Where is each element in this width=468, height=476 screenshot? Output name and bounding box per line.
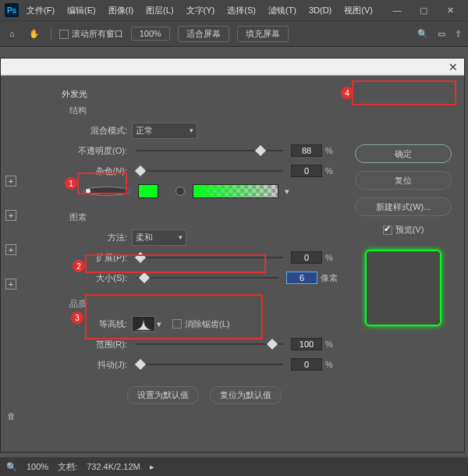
search-icon[interactable]: 🔍: [417, 29, 428, 39]
add-style-icon[interactable]: +: [5, 210, 16, 221]
blend-mode-select[interactable]: 正常▾: [132, 123, 197, 139]
dialog-right-pane: 确定 复位 新建样式(W)... 预览(V): [353, 144, 453, 326]
dialog-titlebar: ✕: [1, 59, 464, 76]
antialias-checkbox[interactable]: [172, 319, 182, 329]
add-style-icon[interactable]: +: [5, 176, 16, 186]
spread-label: 扩展(P):: [62, 252, 132, 264]
add-style-icon[interactable]: +: [5, 279, 16, 290]
hand-tool-icon[interactable]: ✋: [26, 27, 43, 41]
method-select[interactable]: 柔和▾: [132, 229, 186, 246]
spread-value[interactable]: 0: [291, 251, 322, 264]
menu-select[interactable]: 选择(S): [222, 2, 261, 19]
status-zoom: 100%: [27, 462, 48, 471]
menu-3d[interactable]: 3D(D): [304, 3, 336, 17]
opacity-slider[interactable]: [136, 145, 283, 156]
size-value[interactable]: 6: [286, 272, 317, 284]
fill-screen-button[interactable]: 填充屏幕: [237, 26, 289, 42]
size-label: 大小(S):: [62, 272, 132, 284]
blend-mode-label: 混合模式:: [62, 125, 132, 137]
new-style-button[interactable]: 新建样式(W)...: [355, 197, 452, 216]
preview-checkbox[interactable]: 预览(V): [383, 224, 424, 236]
noise-value[interactable]: 0: [291, 165, 322, 177]
callout-3: 3: [71, 311, 83, 324]
status-doc-size: 732.4K/2.12M: [87, 462, 140, 471]
chevron-down-icon[interactable]: ▾: [285, 186, 289, 197]
reset-default-button[interactable]: 复位为默认值: [210, 386, 282, 404]
minimize-icon[interactable]: —: [384, 0, 410, 20]
style-list-strip: + + + +: [5, 176, 21, 290]
opacity-value[interactable]: 88: [291, 144, 322, 157]
chevron-down-icon: ▾: [190, 126, 193, 134]
structure-heading: 结构: [69, 105, 347, 116]
outer-glow-panel: 外发光 结构 混合模式: 正常▾ 不透明度(O): 88 % 杂色(N): 0 …: [62, 88, 347, 404]
menu-image[interactable]: 图像(I): [104, 2, 138, 19]
spread-slider[interactable]: [136, 252, 283, 263]
menu-edit[interactable]: 编辑(E): [62, 2, 101, 19]
color-radio[interactable]: [83, 186, 130, 196]
callout-1: 1: [65, 177, 77, 190]
options-bar: ⌂ ✋ 滚动所有窗口 100% 适合屏幕 填充屏幕 🔍 ▭ ⇪: [0, 20, 468, 47]
status-bar: 🔍 100% 文档: 732.4K/2.12M ▸: [0, 457, 468, 476]
menu-bar: Ps 文件(F) 编辑(E) 图像(I) 图层(L) 文字(Y) 选择(S) 滤…: [0, 0, 468, 20]
method-label: 方法:: [62, 232, 132, 243]
quality-heading: 品质: [69, 298, 347, 310]
range-slider[interactable]: [136, 339, 283, 350]
ok-button[interactable]: 确定: [355, 144, 452, 163]
antialias-label: 消除锯齿(L): [185, 318, 229, 330]
noise-slider[interactable]: [136, 165, 283, 176]
chevron-down-icon[interactable]: ▾: [157, 319, 161, 329]
gradient-radio[interactable]: [176, 186, 185, 196]
status-doc-label: 文档:: [58, 461, 77, 473]
panel-title: 外发光: [62, 88, 347, 100]
layer-style-dialog: ✕ + + + + 外发光 结构 混合模式: 正常▾ 不透明度(O): 88 %…: [0, 58, 465, 453]
dialog-close-icon[interactable]: ✕: [448, 61, 458, 73]
status-more-icon[interactable]: ▸: [150, 462, 154, 472]
zoom-icon[interactable]: 🔍: [6, 462, 17, 472]
menu-file[interactable]: 文件(F): [22, 2, 59, 19]
home-icon[interactable]: ⌂: [6, 27, 18, 40]
chevron-down-icon: ▾: [179, 233, 183, 241]
menu-view[interactable]: 视图(V): [339, 2, 378, 19]
share-icon[interactable]: ⇪: [455, 29, 462, 39]
contour-picker[interactable]: [132, 316, 155, 332]
add-style-icon[interactable]: +: [5, 244, 16, 255]
scroll-all-checkbox[interactable]: 滚动所有窗口: [59, 28, 123, 40]
fit-screen-button[interactable]: 适合屏幕: [178, 26, 229, 42]
glow-gradient[interactable]: [193, 184, 278, 198]
range-value[interactable]: 100: [291, 338, 322, 350]
ps-logo: Ps: [5, 3, 19, 17]
set-default-button[interactable]: 设置为默认值: [127, 386, 199, 404]
maximize-icon[interactable]: ▢: [410, 0, 437, 20]
noise-label: 杂色(N):: [62, 165, 132, 177]
callout-4: 4: [341, 87, 353, 99]
callout-2: 2: [73, 260, 85, 272]
jitter-value[interactable]: 0: [291, 358, 322, 371]
jitter-label: 抖动(J):: [62, 359, 132, 371]
menu-type[interactable]: 文字(Y): [182, 2, 220, 19]
jitter-slider[interactable]: [136, 359, 283, 370]
menu-filter[interactable]: 滤镜(T): [264, 2, 301, 19]
reset-button[interactable]: 复位: [355, 171, 452, 190]
zoom-level[interactable]: 100%: [131, 27, 170, 41]
trash-icon[interactable]: 🗑: [7, 411, 16, 421]
highlight-box-4: [352, 80, 456, 105]
window-controls: — ▢ ✕: [384, 0, 463, 20]
preview-swatch: [365, 250, 441, 326]
elements-heading: 图素: [69, 211, 347, 223]
menu-layer[interactable]: 图层(L): [141, 2, 178, 19]
glow-color-swatch[interactable]: [138, 184, 158, 198]
opacity-label: 不透明度(O):: [62, 145, 132, 157]
size-slider[interactable]: [136, 272, 278, 283]
view-options-icon[interactable]: ▭: [438, 29, 445, 39]
close-icon[interactable]: ✕: [437, 0, 463, 20]
range-label: 范围(R):: [62, 339, 132, 350]
